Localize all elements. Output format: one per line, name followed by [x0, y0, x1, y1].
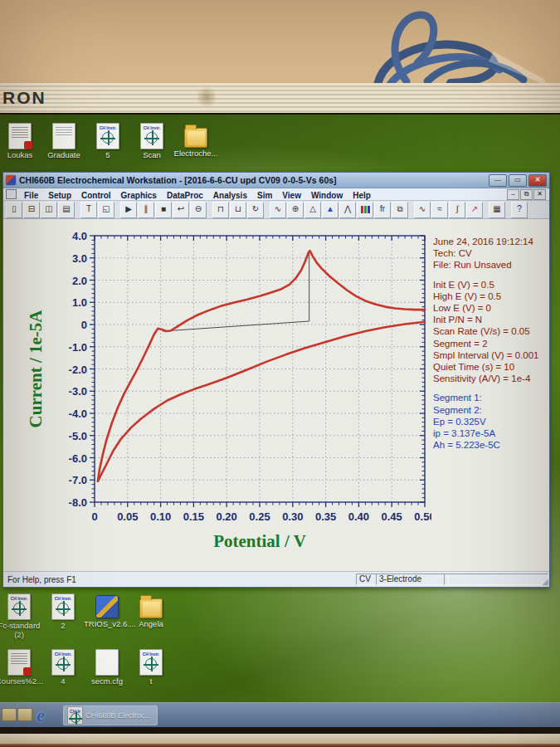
peak-fill-icon[interactable]: ▲ — [322, 202, 338, 218]
rgb-colors-icon[interactable] — [357, 202, 373, 218]
menu-setup[interactable]: Setup — [43, 191, 76, 200]
desktop-icon-5[interactable]: CH Instr.5 — [85, 123, 131, 160]
menu-help[interactable]: Help — [348, 191, 376, 200]
series-segment-2-reverse-scan — [98, 251, 425, 481]
desktop-icon-courses-2-[interactable]: Courses%2... — [0, 649, 42, 686]
mdi-close-button[interactable]: ✕ — [533, 189, 546, 200]
panel-result-line: Segment 2: — [433, 404, 549, 416]
chi-crosshair-icon — [57, 658, 69, 670]
rgb-bars — [361, 203, 370, 213]
menu-sim[interactable]: Sim — [252, 191, 277, 200]
menu-file[interactable]: File — [19, 191, 43, 200]
y-tick-label: -1.0 — [69, 341, 87, 354]
hold-icon[interactable]: ⊖ — [190, 202, 207, 218]
slope-icon[interactable]: ↗ — [466, 202, 483, 218]
help-icon[interactable]: ? — [511, 202, 528, 218]
graph-icon[interactable]: ∿ — [270, 202, 286, 218]
internet-explorer-icon[interactable]: e — [37, 705, 45, 726]
desktop-icon-t[interactable]: CH Instr.t — [128, 649, 174, 686]
quick-launch-icon-2[interactable] — [17, 708, 32, 721]
desktop-icon-electroche-[interactable]: Electroche... — [173, 123, 219, 159]
desktop-icon-angela[interactable]: Angela — [128, 593, 174, 629]
photo-of-monitor: RON LoukasGraduateCH Instr.5CH Instr.Sca… — [0, 0, 560, 747]
chi660b-app-window: CHI660B Electrochemical Workstation - [2… — [2, 172, 550, 588]
copy-icon[interactable]: ⧉ — [392, 202, 408, 218]
folder-file-icon — [139, 598, 163, 618]
peak-outline-icon[interactable]: △ — [304, 202, 321, 218]
cell-off-icon[interactable]: ⊔ — [230, 202, 246, 218]
desktop-icon-4[interactable]: CH Instr.4 — [40, 649, 86, 686]
close-button[interactable]: ✕ — [528, 174, 547, 187]
font-icon[interactable]: fr — [374, 202, 391, 218]
y-tick-label: 0 — [81, 319, 87, 331]
save-icon[interactable]: ◫ — [41, 202, 57, 218]
desktop-icon-2[interactable]: CH Instr.2 — [40, 593, 86, 631]
folder-file-icon — [184, 128, 207, 148]
child-window-icon[interactable]: ◱ — [98, 202, 114, 218]
menu-analysis[interactable]: Analysis — [208, 191, 252, 200]
new-file-icon[interactable]: ▯ — [6, 202, 22, 218]
ethernet-cable-coil — [328, 3, 548, 88]
series-peak-baseline — [163, 251, 309, 331]
desktop-icon-label: 5 — [85, 151, 131, 160]
toolbar: ▯⊟◫▤T◱▶∥■↩⊖⊓⊔↻∿⊕△▲⋀fr⧉∿≈∫↗▦? — [3, 201, 549, 219]
open-file-icon[interactable]: ⊟ — [23, 202, 40, 218]
panel-header-line: Tech: CV — [433, 247, 549, 259]
integrate-icon[interactable]: ∫ — [449, 202, 465, 218]
series-segment-1-forward-scan — [98, 322, 425, 481]
chi-crosshair-icon — [13, 603, 25, 614]
print-icon[interactable]: ▤ — [58, 202, 75, 218]
text-tool-icon[interactable]: T — [80, 202, 97, 218]
docx-file-icon — [52, 123, 75, 149]
maximize-button[interactable]: ▭ — [509, 174, 527, 187]
y-tick-label: -6.0 — [69, 452, 87, 465]
mdi-child-icon[interactable] — [6, 189, 17, 199]
desktop-icon-trios-v2-6-[interactable]: TRIOS_v2.6.... — [84, 593, 130, 629]
x-tick-label: 0.05 — [117, 510, 138, 523]
quick-launch-icon-1[interactable] — [2, 708, 17, 721]
run-icon[interactable]: ▶ — [120, 202, 137, 218]
wave-icon[interactable]: ≈ — [431, 202, 448, 218]
desktop-icon-label: Electroche... — [173, 149, 219, 159]
resize-grip[interactable]: ◢ — [542, 577, 548, 586]
rotate-icon[interactable]: ↻ — [247, 202, 264, 218]
x-tick-label: 0.35 — [315, 510, 336, 523]
menu-graphics[interactable]: Graphics — [116, 191, 162, 200]
desktop-icon-scan[interactable]: CH Instr.Scan — [129, 123, 175, 160]
desktop-icon-secm-cfg[interactable]: secm.cfg — [84, 649, 130, 686]
smooth-icon[interactable]: ∿ — [414, 202, 431, 218]
mdi-restore-button[interactable]: ⧉ — [520, 189, 533, 200]
cell-on-icon[interactable]: ⊓ — [212, 202, 229, 218]
x-tick-label: 0.45 — [382, 510, 402, 523]
taskbar-button-chi660b[interactable]: CH Instr. CHI660B Electroc... — [63, 706, 158, 725]
toolbar-group-1: T◱ — [80, 202, 114, 218]
zoom-icon[interactable]: ⊕ — [287, 202, 304, 218]
menu-control[interactable]: Control — [76, 191, 116, 200]
data-list-icon[interactable]: ▦ — [489, 202, 505, 218]
multi-peak-icon[interactable]: ⋀ — [339, 202, 356, 218]
x-tick-label: 0.50 — [414, 510, 431, 523]
status-bar: For Help, press F1 CV3-Electrode ◢ — [3, 571, 549, 587]
desktop-icon-fc-standard-2-[interactable]: CH Instr.Fc-standard (2) — [0, 593, 42, 639]
pause-icon[interactable]: ∥ — [138, 202, 154, 218]
menu-window[interactable]: Window — [306, 191, 348, 200]
desktop-icon-label: 4 — [40, 677, 86, 686]
menu-dataproc[interactable]: DataProc — [162, 191, 208, 200]
chi-crosshair-icon — [146, 132, 158, 144]
desktop-icon-graduate[interactable]: Graduate — [41, 123, 87, 160]
y-tick-label: -4.0 — [69, 408, 87, 420]
panel-header-line: File: Run Unsaved — [433, 259, 549, 271]
desktop-icon-label: secm.cfg — [84, 677, 130, 686]
reverse-icon[interactable]: ↩ — [173, 202, 189, 218]
desktop-icon-loukas[interactable]: Loukas — [0, 123, 43, 160]
minimize-button[interactable]: — — [489, 174, 507, 187]
desktop-icon-label: 2 — [40, 622, 86, 631]
monitor-bezel-edge — [0, 727, 560, 734]
desktop-icon-label: Scan — [129, 151, 175, 160]
mdi-minimize-button[interactable]: – — [507, 189, 519, 200]
menu-view[interactable]: View — [277, 191, 306, 200]
stop-icon[interactable]: ■ — [155, 202, 172, 218]
monitor-bezel-top: RON — [0, 83, 560, 113]
panel-result-line: Ep = 0.325V — [433, 416, 549, 427]
status-cell-empty — [444, 574, 548, 585]
